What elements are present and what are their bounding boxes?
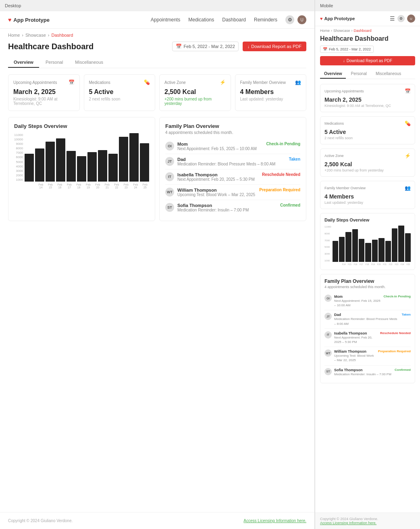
tab-miscellaneous[interactable]: Miscellaneous: [69, 57, 109, 68]
x-label-10: Feb 24: [131, 183, 139, 189]
mobile-x-label-8: F22: [388, 263, 393, 266]
member-detail-1: Medication Reminder: Blood Pressure Meds…: [177, 162, 286, 166]
mobile-member-info-0: Mom Next Appointment: Feb 15, 2025 – 10:…: [334, 295, 381, 307]
mobile-x-label-0: F14: [341, 263, 347, 266]
family-plan-sub: 4 appointments scheduled this month.: [165, 130, 300, 135]
mobile-cal-icon: 📅: [323, 47, 327, 51]
mobile-x-label-9: F23: [394, 263, 399, 266]
y-label-5: 6000: [14, 155, 23, 159]
member-status-2: Reschedule Needed: [262, 172, 300, 177]
mobile-tab-miscellaneous[interactable]: Miscellaneous: [372, 69, 405, 79]
breadcrumb-home[interactable]: Home: [8, 33, 20, 38]
mobile-steps-chart-card: Daily Steps Overview 11000 9000 7000 500…: [320, 213, 415, 270]
member-info-3: William Thompson Upcoming Test: Blood Wo…: [177, 188, 256, 197]
mobile-chart-bar-5: [365, 243, 371, 262]
nav-link-dashboard[interactable]: Dashboard: [222, 17, 246, 23]
chart-bar-4: [67, 151, 76, 182]
member-info-1: Dad Medication Reminder: Blood Pressure …: [177, 157, 286, 166]
hamburger-icon[interactable]: ☰: [390, 15, 395, 22]
mobile-x-label-10: F24: [400, 263, 405, 266]
family-members-list: OI Mom Next Appointment: Feb 15, 2025 – …: [165, 139, 300, 215]
mobile-family-sub: Last updated: yesterday: [324, 201, 411, 205]
nav-link-reminders[interactable]: Reminders: [254, 17, 277, 23]
nav-logo[interactable]: ♥ App Prototype: [8, 17, 50, 23]
mobile-family-member-2: IT Isabella Thompson Next Appointment: F…: [324, 329, 411, 347]
mobile-breadcrumb-home[interactable]: Home: [320, 29, 330, 33]
member-info-0: Mom Next Appointment: Feb 15, 2025 – 10:…: [177, 142, 263, 151]
mobile-tab-personal[interactable]: Personal: [347, 69, 370, 79]
tab-overview[interactable]: Overview: [8, 57, 39, 68]
mobile-gear-icon[interactable]: ⚙: [397, 15, 405, 22]
desktop-nav: ♥ App Prototype Appointments Medications…: [0, 11, 314, 29]
nav-link-appointments[interactable]: Appointments: [151, 17, 180, 23]
mobile-chart-bar-0: [333, 241, 338, 262]
mobile-y-labels: 11000 9000 7000 5000 3000 1000: [324, 226, 331, 262]
y-label-10: 1000: [14, 178, 23, 182]
mobile-member-status-3: Preparation Required: [378, 349, 411, 353]
download-icon: ↓: [247, 44, 250, 49]
mobile-avatar[interactable]: U: [407, 15, 415, 23]
mobile-chart-bar-8: [385, 241, 391, 262]
footer-license[interactable]: Access Licensing Information here.: [243, 519, 306, 523]
family-overview-card: Family Member Overview 👥 4 Members Last …: [235, 74, 307, 111]
appointments-card: Upcoming Appointments 📅 March 2, 2025 Ki…: [8, 74, 80, 111]
gear-icon[interactable]: ⚙: [285, 15, 294, 24]
breadcrumb-showcase[interactable]: Showcase: [25, 33, 46, 38]
appointments-card-value: March 2, 2025: [13, 88, 75, 96]
chart-bar-3: [56, 138, 65, 182]
mobile-chart-bar-6: [372, 240, 378, 262]
mobile-logo-text: App Prototype: [324, 16, 355, 21]
x-label-2: Feb 16: [56, 183, 64, 189]
mobile-x-label-1: F15: [347, 263, 352, 266]
mobile-member-name-3: William Thompson: [334, 349, 376, 353]
mobile-steps-chart-title: Daily Steps Overview: [324, 217, 411, 222]
family-overview-card-value: 4 Members: [240, 88, 301, 96]
member-name-2: Isabella Thompson: [177, 172, 259, 177]
active-zone-card-value: 2,500 Kcal: [164, 88, 226, 96]
mobile-nav-logo[interactable]: ♥ App Prototype: [320, 16, 390, 21]
mobile-member-avatar-4: ST: [324, 368, 332, 375]
mobile-member-name-4: Sofia Thompson: [334, 368, 392, 372]
mobile-member-detail-3: Upcoming Test: Blood Work – Mar 22, 2025: [334, 353, 376, 362]
date-range[interactable]: 📅 Feb 5, 2022 - Mar 2, 2022: [172, 42, 239, 51]
family-overview-card-title: Family Member Overview: [240, 80, 286, 85]
member-status-0: Check-in Pending: [266, 142, 300, 146]
mobile-member-detail-1: Medication Reminder: Blood Pressure Meds…: [334, 317, 399, 326]
mobile-download-icon: ↓: [343, 59, 345, 63]
mobile-active-zone-card: Active Zone ⚡ 2,500 Kcal +200 mins burne…: [320, 148, 415, 177]
chart-bar-0: [25, 154, 34, 182]
active-zone-card-header: Active Zone ⚡: [164, 79, 226, 85]
mobile-footer-license[interactable]: Access Licensing Information here.: [320, 521, 415, 525]
mobile-breadcrumb-showcase[interactable]: Showcase: [333, 29, 350, 33]
x-labels: Feb 14Feb 15Feb 16Feb 17Feb 18Feb 19Feb …: [25, 183, 149, 189]
mobile-tab-overview[interactable]: Overview: [320, 69, 346, 79]
download-label: Download Report as PDF: [251, 44, 301, 49]
appointments-card-title: Upcoming Appointments: [13, 80, 57, 85]
tab-personal[interactable]: Personal: [40, 57, 69, 68]
mobile-nav: ♥ App Prototype ☰ ⚙ U: [315, 11, 420, 26]
mobile-date-range[interactable]: 📅 Feb 5, 2022 - Mar 2, 2022: [320, 46, 374, 53]
y-label-3: 8000: [14, 146, 23, 150]
member-detail-0: Next Appointment: Feb 15, 2025 – 10:00 A…: [177, 146, 263, 151]
mobile-plan-sub: 4 appointments scheduled this month.: [324, 285, 411, 289]
mobile-member-info-1: Dad Medication Reminder: Blood Pressure …: [334, 313, 399, 326]
mobile-chart-bar-7: [378, 238, 384, 262]
family-plan-title: Family Plan Overview: [165, 123, 300, 129]
mobile-member-avatar-2: IT: [324, 331, 332, 339]
mobile-cal-card-icon: 📅: [405, 88, 411, 94]
mobile-download-button[interactable]: ↓ Download Report as PDF: [320, 56, 415, 65]
mobile-active-sub: +200 mins burned up from yesterday: [324, 168, 411, 172]
family-card-icon: 👥: [295, 79, 301, 85]
mobile-family-card: Family Member Overview 👥 4 Members Last …: [320, 181, 415, 209]
mobile-x-label-5: F19: [370, 263, 376, 266]
x-label-0: Feb 14: [37, 183, 45, 189]
member-name-4: Sofia Thompson: [177, 203, 277, 208]
mobile-nav-icons: ☰ ⚙ U: [390, 15, 415, 23]
user-avatar[interactable]: U: [297, 15, 306, 24]
mobile-chart-bar-2: [345, 232, 351, 262]
mobile-chart-bar-1: [339, 237, 345, 262]
download-button[interactable]: ↓ Download Report as PDF: [243, 42, 306, 51]
nav-link-medications[interactable]: Medications: [188, 17, 214, 23]
x-label-7: Feb 21: [103, 183, 111, 189]
mobile-x-label-2: F16: [353, 263, 358, 266]
